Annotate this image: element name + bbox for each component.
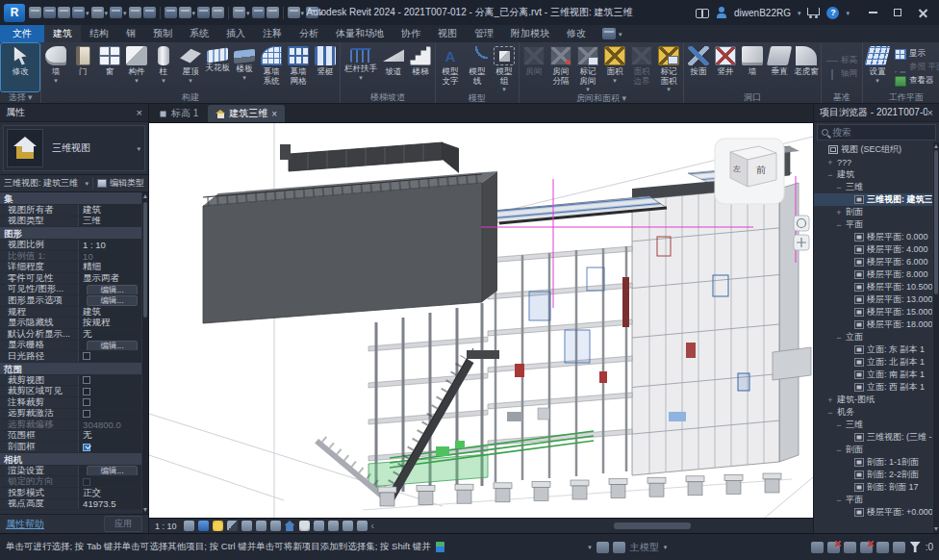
drag-elements-on-selection-icon[interactable] xyxy=(876,542,889,553)
browser-header[interactable]: 项目浏览器 - 2021T007-012 -... × xyxy=(814,104,939,122)
ribbon-group-label[interactable]: 基准 xyxy=(823,91,861,103)
tree-expand-icon[interactable]: + xyxy=(826,395,834,405)
edit-type-button[interactable]: 编辑类型 xyxy=(92,177,148,190)
scroll-left-icon[interactable]: ‹ xyxy=(371,521,374,531)
property-section-header[interactable]: 相机 xyxy=(0,453,141,466)
property-value[interactable]: 41973.5 xyxy=(78,499,141,510)
property-value[interactable]: 正交 xyxy=(78,488,141,498)
tree-item-13[interactable]: 楼层平面: 15.000 xyxy=(814,306,932,318)
ribbon-tab-12[interactable]: 附加模块 xyxy=(502,25,558,42)
ribbon-group-label[interactable]: 房间和面积 ▾ xyxy=(520,92,682,104)
area-button[interactable]: 面积▾ xyxy=(601,43,628,92)
property-value[interactable] xyxy=(78,397,141,408)
property-value[interactable] xyxy=(78,409,141,420)
viewcube[interactable]: 左 前 xyxy=(715,139,784,204)
property-value[interactable] xyxy=(78,375,141,386)
property-value[interactable]: 建筑 xyxy=(78,307,141,318)
ribbon-group-label[interactable]: 构建 xyxy=(42,91,339,103)
redo-button[interactable]: ▾ xyxy=(110,7,127,18)
checkbox[interactable] xyxy=(83,398,90,406)
username[interactable]: diwenB22RG xyxy=(734,8,791,18)
curtain-system-button[interactable]: 幕墙 系统 xyxy=(258,43,285,91)
property-value[interactable] xyxy=(78,476,141,487)
ceiling-button[interactable]: 天花板 xyxy=(204,43,231,91)
model-text-button[interactable]: 模型 文字 xyxy=(437,43,464,92)
viewcube-front-label[interactable]: 前 xyxy=(756,165,766,175)
properties-help-link[interactable]: 属性帮助 xyxy=(6,518,44,531)
property-value[interactable]: 无 xyxy=(78,329,141,340)
tree-item-8[interactable]: 楼层平面: 4.000 xyxy=(814,243,932,256)
shaft-button[interactable]: 竖井 xyxy=(712,43,739,91)
minimize-button[interactable] xyxy=(860,2,885,23)
ribbon-tab-0[interactable]: 建筑 xyxy=(44,25,81,42)
view-tab-3d[interactable]: 建筑三维 × xyxy=(208,105,285,122)
search-icon[interactable] xyxy=(696,9,709,17)
restore-button[interactable] xyxy=(885,2,910,23)
ribbon-tab-13[interactable]: 修改 xyxy=(558,25,595,42)
tree-item-18[interactable]: 立面: 南 副本 1 xyxy=(814,369,932,381)
browser-scroll-thumb[interactable] xyxy=(934,150,938,294)
tree-expand-icon[interactable]: − xyxy=(835,496,843,505)
tree-item-28[interactable]: −平面 xyxy=(814,494,932,506)
default-3d-view-button[interactable]: ▾ xyxy=(233,7,250,18)
tag-area-button[interactable]: 标记 面积▾ xyxy=(655,43,682,92)
tree-item-19[interactable]: 立面: 西 副本 1 xyxy=(814,381,932,394)
checkbox[interactable] xyxy=(83,388,90,395)
notification-flag-icon[interactable] xyxy=(436,542,444,552)
apply-button[interactable]: 应用 xyxy=(104,516,142,532)
modify-panel-toggle[interactable]: ▾ xyxy=(596,25,628,42)
checkbox[interactable] xyxy=(83,444,90,451)
checkbox[interactable] xyxy=(83,410,90,418)
scroll-up-icon[interactable] xyxy=(143,194,147,198)
view-tab-close-icon[interactable]: × xyxy=(271,109,277,119)
ribbon-tab-11[interactable]: 管理 xyxy=(466,25,502,42)
door-button[interactable]: 门 xyxy=(69,43,96,91)
undo-button[interactable]: ▾ xyxy=(91,7,109,18)
crop-view-icon[interactable] xyxy=(256,521,266,531)
checkbox[interactable] xyxy=(83,352,90,360)
tree-expand-icon[interactable]: − xyxy=(826,170,834,180)
property-value[interactable] xyxy=(78,351,141,362)
selection-indicator-icon[interactable] xyxy=(893,542,905,553)
property-value[interactable]: 无 xyxy=(78,431,141,442)
property-value[interactable]: 三维 xyxy=(78,216,141,227)
tree-expand-icon[interactable]: − xyxy=(826,408,834,418)
property-value[interactable]: 显示两者 xyxy=(78,273,141,284)
scale-button[interactable]: 1 : 10 xyxy=(155,522,177,531)
wall-button[interactable]: 墙▾ xyxy=(42,43,69,91)
property-value[interactable]: 编辑... xyxy=(78,295,141,306)
tag-room-button[interactable]: 标记 房间▾ xyxy=(574,43,601,92)
tree-item-29[interactable]: 楼层平面: +0.000 xyxy=(814,506,932,519)
tree-item-7[interactable]: 楼层平面: 0.000 xyxy=(814,231,932,243)
temporary-view-properties-icon[interactable] xyxy=(314,521,324,531)
edit-button[interactable]: 编辑... xyxy=(87,466,139,476)
roof-button[interactable]: 屋顶▾ xyxy=(177,43,204,91)
file-menu-button[interactable]: 文件 xyxy=(0,25,44,42)
user-avatar-icon[interactable] xyxy=(716,7,727,18)
tree-item-22[interactable]: −三维 xyxy=(814,419,932,431)
tree-item-5[interactable]: +剖面 xyxy=(814,206,932,218)
thin-lines-button[interactable] xyxy=(266,7,279,18)
workplane-show-button[interactable]: 显示 xyxy=(893,48,939,61)
tree-item-4[interactable]: 三维视图: 建筑三 xyxy=(814,193,932,206)
select-pinned-elements-icon[interactable] xyxy=(844,542,856,553)
tree-item-14[interactable]: 楼层平面: 18.000 xyxy=(814,318,932,331)
curtain-grid-button[interactable]: 幕墙 网格 xyxy=(285,43,312,91)
design-option-caret-icon[interactable]: ▾ xyxy=(664,544,668,550)
analytical-model-icon[interactable] xyxy=(328,521,339,531)
filter-icon[interactable] xyxy=(910,542,921,552)
tree-item-17[interactable]: 立面: 北 副本 1 xyxy=(814,356,932,369)
tree-item-20[interactable]: +建筑-图纸 xyxy=(814,394,932,406)
property-value[interactable] xyxy=(78,386,141,396)
shadows-icon[interactable] xyxy=(227,521,238,531)
aligned-dimension-button[interactable]: ▾ xyxy=(179,7,196,18)
ribbon-group-label[interactable]: 选择 ▾ xyxy=(1,91,39,103)
tree-item-11[interactable]: 楼层平面: 10.500 xyxy=(814,281,932,293)
modify-button[interactable]: 修改 xyxy=(1,43,39,91)
tree-item-15[interactable]: −立面 xyxy=(814,331,932,344)
property-value[interactable]: 1 : 10 xyxy=(78,240,141,250)
tree-item-3[interactable]: −三维 xyxy=(814,181,932,193)
edit-button[interactable]: 编辑... xyxy=(87,341,139,351)
tree-item-24[interactable]: −剖面 xyxy=(814,444,932,456)
window-button[interactable]: 窗 xyxy=(96,43,123,91)
